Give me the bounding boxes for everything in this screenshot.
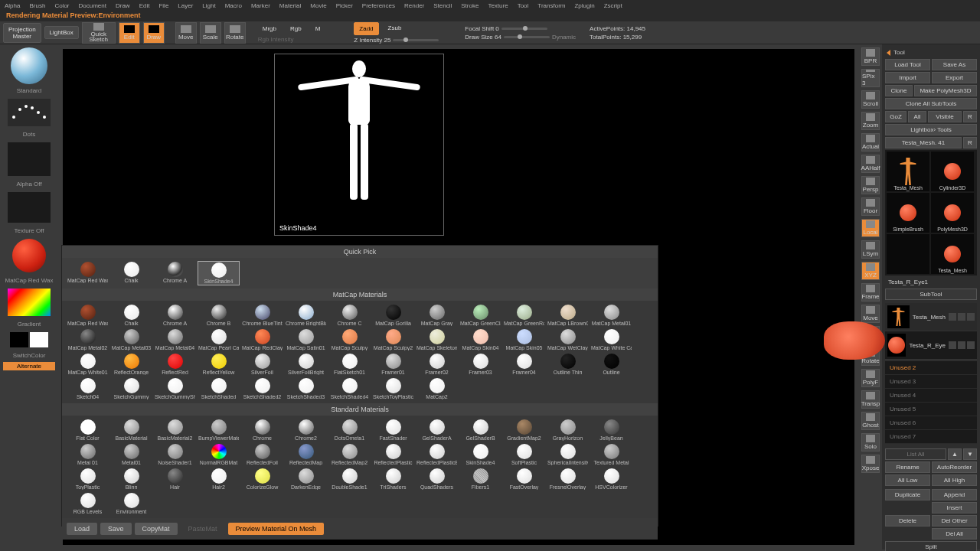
move-button[interactable]: Move — [175, 22, 197, 44]
material-matcap-metal04[interactable]: MatCap Metal04 — [154, 328, 196, 351]
subtool-header[interactable]: SubTool — [885, 289, 977, 300]
stroke-preview[interactable] — [8, 99, 51, 126]
material-metal01[interactable]: Metal01 — [110, 443, 152, 466]
material-jellybean[interactable]: JellyBean — [590, 419, 632, 442]
brush-preview[interactable] — [11, 47, 47, 84]
material-fibers1[interactable]: Fibers1 — [459, 468, 501, 491]
import-button[interactable]: Import — [885, 72, 930, 83]
menu-transform[interactable]: Transform — [537, 2, 565, 9]
local-button[interactable]: Local — [861, 219, 880, 237]
append-button[interactable]: Append — [932, 489, 977, 500]
material-silverfoilbright[interactable]: SilverFoilBright — [285, 353, 327, 376]
material-outline[interactable]: Outline — [590, 353, 632, 376]
material-reflectedplastic[interactable]: ReflectedPlastic — [372, 443, 414, 466]
lightbox-tools-button[interactable]: Lightbox› Tools — [885, 124, 977, 135]
material-blinn[interactable]: Blinn — [110, 468, 152, 491]
scale-button[interactable]: Scale — [200, 22, 221, 44]
arrow-up-icon[interactable]: ▲ — [948, 448, 962, 460]
material-matcap-skin05[interactable]: MatCap Skin05 — [503, 328, 545, 351]
unused-slot[interactable]: Unused 7 — [885, 430, 977, 444]
texture-preview[interactable] — [8, 192, 51, 223]
mrgb-button[interactable]: Mrgb — [258, 23, 281, 34]
menu-stencil[interactable]: Stencil — [433, 2, 452, 9]
material-silverfoil[interactable]: SilverFoil — [241, 353, 283, 376]
edit-button[interactable]: Edit — [119, 22, 140, 44]
material-gelshaderb[interactable]: GelShaderB — [459, 419, 501, 442]
unused-slot[interactable]: Unused 2 — [885, 361, 977, 375]
split-button[interactable]: Split — [885, 541, 977, 551]
material-matcap-metal01[interactable]: MatCap Metal01 — [590, 304, 632, 327]
material-reflectedfoil[interactable]: ReflectedFoil — [241, 443, 283, 466]
material-environment[interactable]: Environment — [110, 492, 152, 515]
alternate-button[interactable]: Alternate — [3, 362, 55, 370]
material-matcap-metal02[interactable]: MatCap Metal02 — [67, 328, 109, 351]
goz-visible-button[interactable]: Visible — [928, 111, 962, 122]
material-sketchgummyshine[interactable]: SketchGummyShine — [154, 377, 196, 400]
frame-button[interactable]: Frame — [861, 283, 880, 302]
color-swatches[interactable] — [10, 332, 48, 347]
material-matcap-white-cav[interactable]: MatCap White Cav — [590, 328, 632, 351]
tool-thumb[interactable]: PolyMesh3D — [931, 193, 974, 233]
aahalf-button[interactable]: AAHalf — [861, 155, 880, 173]
material-chrome-a[interactable]: Chrome A — [154, 304, 196, 327]
persp-button[interactable]: Persp — [861, 176, 880, 194]
material-matcap-satin01[interactable]: MatCap Satin01 — [285, 328, 327, 351]
copy-mat-button[interactable]: CopyMat — [135, 523, 178, 535]
material-matcap-gorilla[interactable]: MatCap Gorilla — [372, 304, 414, 327]
unused-slot[interactable]: Unused 4 — [885, 389, 977, 403]
zsub-button[interactable]: Zsub — [384, 22, 407, 35]
material-flatsketch01[interactable]: FlatSketch01 — [328, 353, 371, 376]
rgb-button[interactable]: Rgb — [286, 23, 306, 34]
duplicate-button[interactable]: Duplicate — [885, 489, 930, 500]
menu-stroke[interactable]: Stroke — [461, 2, 479, 9]
floor-button[interactable]: Floor — [861, 197, 880, 216]
material-fastoverlay[interactable]: FastOverlay — [503, 468, 545, 491]
scroll-button[interactable]: Scroll — [861, 90, 880, 109]
lightbox-button[interactable]: LightBox — [44, 26, 79, 39]
actual-button[interactable]: Actual — [861, 133, 880, 152]
unused-slot[interactable]: Unused 6 — [885, 416, 977, 430]
tool-thumb[interactable]: Cylinder3D — [931, 152, 974, 191]
menu-movie[interactable]: Movie — [310, 2, 326, 9]
material-rgb-levels[interactable]: RGB Levels — [67, 492, 109, 515]
load-tool-button[interactable]: Load Tool — [885, 59, 930, 70]
clone-button[interactable]: Clone — [885, 85, 913, 96]
material-matcap-gray[interactable]: MatCap Gray — [416, 304, 458, 327]
all-low-button[interactable]: All Low — [885, 474, 930, 486]
z-intensity-slider[interactable] — [393, 39, 439, 41]
list-all-button[interactable]: List All — [885, 448, 946, 460]
solo-button[interactable]: Solo — [861, 433, 880, 452]
material-sphericalintensity[interactable]: SphericalIntensity — [547, 443, 589, 466]
material-flat-color[interactable]: Flat Color — [67, 419, 109, 442]
draw-size-slider[interactable] — [504, 36, 550, 38]
material-sketchshaded4[interactable]: SketchShaded4 — [328, 377, 371, 400]
arrow-down-icon[interactable]: ▼ — [963, 448, 977, 460]
xpose-button[interactable]: Xpose — [861, 455, 880, 473]
clone-all-subtools-button[interactable]: Clone All SubTools — [885, 98, 977, 109]
material-metal-01[interactable]: Metal 01 — [67, 443, 109, 466]
polyf-button[interactable]: PolyF — [861, 369, 880, 387]
draw-button[interactable]: Draw — [143, 22, 165, 44]
xyz-button[interactable]: XYZ — [861, 262, 880, 280]
material-matcap2[interactable]: MatCap2 — [416, 377, 458, 400]
material-sketch04[interactable]: Sketch04 — [67, 377, 109, 400]
transp-button[interactable]: Transp — [861, 390, 880, 409]
material-matcap-white01[interactable]: MatCap White01 — [67, 353, 109, 376]
menu-preferences[interactable]: Preferences — [362, 2, 395, 9]
material-framer04[interactable]: Framer04 — [503, 353, 545, 376]
material-framer01[interactable]: Framer01 — [372, 353, 414, 376]
material-chrome-a[interactable]: Chrome A — [154, 261, 196, 285]
lsym-button[interactable]: LSym — [861, 240, 880, 259]
goz-button[interactable]: GoZ — [885, 111, 906, 122]
material-hsvcolorizer[interactable]: HSVColorizer — [590, 468, 632, 491]
zadd-button[interactable]: Zadd — [354, 22, 378, 35]
menu-texture[interactable]: Texture — [488, 2, 508, 9]
material-matcap-lbrowncla[interactable]: MatCap LBrownCla — [547, 304, 589, 327]
material-grayhorizon[interactable]: GrayHorizon — [547, 419, 589, 442]
material-reflectedmap[interactable]: ReflectedMap — [285, 443, 327, 466]
save-material-button[interactable]: Save — [100, 523, 132, 535]
material-matcap-skin04[interactable]: MatCap Skin04 — [459, 328, 501, 351]
material-hair[interactable]: Hair — [154, 468, 196, 491]
material-trishaders[interactable]: TriShaders — [372, 468, 414, 491]
rename-button[interactable]: Rename — [885, 461, 930, 473]
